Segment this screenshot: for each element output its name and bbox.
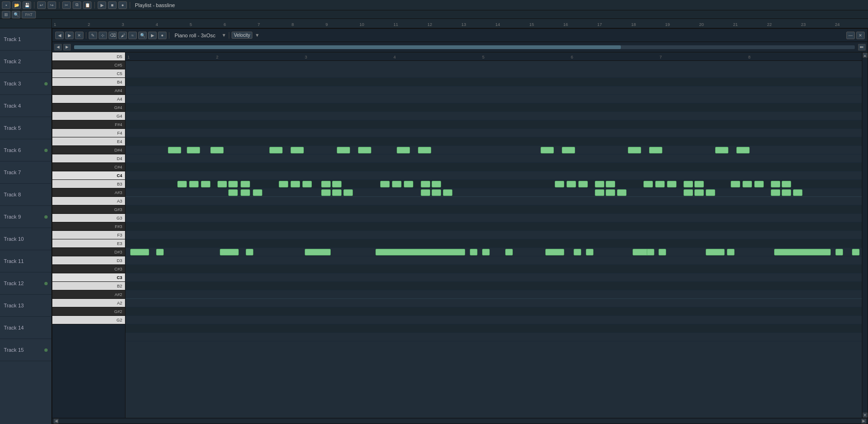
track-item-7[interactable]: Track 7 [0, 161, 51, 184]
pr-note-81[interactable] [774, 249, 831, 255]
pr-note-39[interactable] [443, 189, 452, 196]
pr-note-31[interactable] [343, 189, 353, 196]
pr-note-79[interactable] [706, 249, 725, 255]
track-item-1[interactable]: Track 1 [0, 28, 51, 51]
track-item-10[interactable]: Track 10 [0, 228, 51, 250]
track-item-4[interactable]: Track 4 [0, 95, 51, 117]
track-item-3[interactable]: Track 3 [0, 73, 51, 95]
pr-note-20[interactable] [241, 181, 250, 187]
piano-key-Asharp3[interactable]: A#3 [52, 188, 125, 197]
track-item-13[interactable]: Track 13 [0, 295, 51, 317]
pr-note-43[interactable] [595, 181, 604, 187]
pr-note-11[interactable] [628, 147, 641, 153]
pr-note-69[interactable] [376, 249, 465, 255]
piano-key-Gsharp4[interactable]: G#4 [52, 103, 125, 112]
piano-key-A2[interactable]: A2 [52, 299, 125, 307]
piano-key-D5[interactable]: D5 [52, 52, 125, 61]
undo-btn[interactable]: ↩ [37, 1, 46, 9]
pr-note-1[interactable] [187, 147, 200, 153]
pr-note-0[interactable] [168, 147, 181, 153]
pr-note-61[interactable] [771, 189, 780, 196]
pr-note-68[interactable] [305, 249, 331, 255]
pr-scrollbar-right[interactable]: ▲ ▼ [862, 52, 868, 418]
pr-note-46[interactable] [606, 189, 615, 196]
pr-note-42[interactable] [578, 181, 588, 187]
pr-erase-btn[interactable]: ⌫ [108, 32, 117, 39]
pr-note-14[interactable] [736, 147, 750, 153]
piano-key-D3[interactable]: D3 [52, 256, 125, 265]
pr-note-59[interactable] [771, 181, 780, 187]
new-btn[interactable]: ▪ [2, 1, 10, 9]
pr-note-30[interactable] [332, 189, 342, 196]
cut-btn[interactable]: ✂ [62, 1, 71, 9]
pr-note-33[interactable] [392, 181, 401, 187]
play-btn[interactable]: ▶ [98, 1, 106, 9]
pr-note-38[interactable] [432, 189, 441, 196]
pr-note-17[interactable] [201, 181, 210, 187]
pr-note-54[interactable] [694, 189, 704, 196]
pr-note-56[interactable] [731, 181, 740, 187]
stop-btn[interactable]: ■ [108, 1, 117, 9]
pr-note-22[interactable] [241, 189, 250, 196]
track-item-2[interactable]: Track 2 [0, 51, 51, 73]
pr-note-44[interactable] [606, 181, 615, 187]
piano-key-C4[interactable]: C4 [52, 171, 125, 180]
pr-note-5[interactable] [337, 147, 350, 153]
pr-note-51[interactable] [684, 181, 693, 187]
pr-scroll-left-btn[interactable]: ◀ [54, 419, 58, 424]
pr-back-btn[interactable]: ◀ [54, 44, 62, 51]
track-item-9[interactable]: Track 9 [0, 206, 51, 228]
pr-note-35[interactable] [421, 181, 430, 187]
pr-velocity-dropdown[interactable]: Velocity [232, 32, 252, 39]
pr-scroll-down-btn[interactable]: ▼ [863, 413, 868, 417]
piano-key-G2[interactable]: G2 [52, 316, 125, 324]
pr-note-40[interactable] [555, 181, 564, 187]
track-item-15[interactable]: Track 15 [0, 339, 51, 361]
pr-note-32[interactable] [380, 181, 390, 187]
pr-collapse-btn[interactable]: ◀ [55, 32, 64, 39]
pr-note-37[interactable] [421, 189, 430, 196]
piano-key-A3[interactable]: A3 [52, 197, 125, 205]
pr-note-66[interactable] [220, 249, 239, 255]
pr-note-58[interactable] [754, 181, 764, 187]
snap-btn[interactable]: ⊞ [2, 11, 10, 18]
pr-close-btn[interactable]: ✕ [75, 32, 83, 39]
piano-key-Asharp4[interactable]: A#4 [52, 86, 125, 95]
piano-key-Csharp4[interactable]: C#4 [52, 163, 125, 171]
pr-note-16[interactable] [189, 181, 199, 187]
pr-grid[interactable] [125, 69, 862, 341]
pr-note-28[interactable] [332, 181, 342, 187]
pr-pencil-btn[interactable]: ✎ [89, 32, 97, 39]
pr-note-82[interactable] [835, 249, 843, 255]
pr-note-21[interactable] [228, 189, 238, 196]
pr-note-12[interactable] [649, 147, 662, 153]
pr-note-9[interactable] [541, 147, 554, 153]
piano-key-Csharp5[interactable]: C#5 [52, 61, 125, 69]
piano-key-Asharp2[interactable]: A#2 [52, 290, 125, 299]
track-item-11[interactable]: Track 11 [0, 250, 51, 272]
pr-end-btn[interactable]: ⏭ [858, 44, 866, 51]
pr-note-25[interactable] [291, 181, 300, 187]
pr-note-60[interactable] [782, 181, 791, 187]
pr-paint-btn[interactable]: 🖌 [118, 32, 127, 39]
piano-key-G4[interactable]: G4 [52, 112, 125, 120]
piano-key-Dsharp4[interactable]: D#4 [52, 146, 125, 154]
piano-key-Fsharp4[interactable]: F#4 [52, 120, 125, 129]
pr-note-65[interactable] [156, 249, 164, 255]
pr-detuning-btn[interactable]: ≈ [128, 32, 137, 39]
pr-note-36[interactable] [432, 181, 441, 187]
piano-key-Gsharp2[interactable]: G#2 [52, 307, 125, 316]
pr-note-63[interactable] [793, 189, 802, 196]
pr-zoom-btn[interactable]: 🔍 [138, 32, 147, 39]
pr-note-41[interactable] [567, 181, 576, 187]
copy-btn[interactable]: ⧉ [73, 1, 81, 9]
pr-note-78[interactable] [659, 249, 666, 255]
pr-note-29[interactable] [321, 189, 331, 196]
pr-note-57[interactable] [743, 181, 752, 187]
save-btn[interactable]: 💾 [23, 1, 31, 9]
pr-note-48[interactable] [643, 181, 653, 187]
pr-note-74[interactable] [574, 249, 581, 255]
piano-key-Csharp3[interactable]: C#3 [52, 265, 125, 273]
pr-scroll-right-btn[interactable]: ▶ [861, 419, 866, 424]
pr-note-62[interactable] [782, 189, 791, 196]
